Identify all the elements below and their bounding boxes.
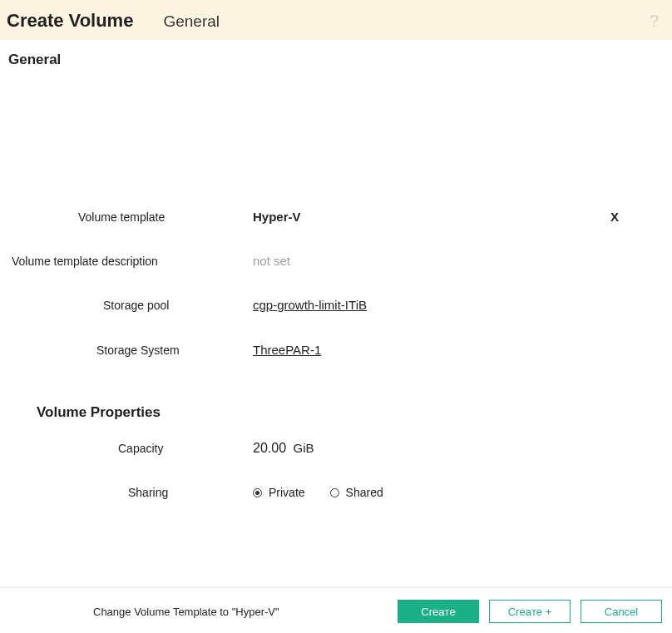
value-capacity: 20.00 bbox=[253, 441, 286, 455]
value-capacity-container[interactable]: 20.00 GiB bbox=[253, 441, 610, 456]
radio-circle-icon bbox=[330, 488, 339, 497]
field-capacity: Capacity 20.00 GiB bbox=[12, 441, 660, 456]
section-volume-properties-title: Volume Properties bbox=[12, 388, 660, 441]
label-sharing: Sharing bbox=[12, 486, 253, 499]
field-storage-pool: Storage pool cgp-growth-limit-ITiB bbox=[12, 298, 660, 313]
label-volume-template: Volume template bbox=[12, 210, 253, 224]
radio-private-label: Private bbox=[269, 486, 305, 499]
create-button[interactable]: Creaтe bbox=[398, 600, 479, 623]
clear-template-icon[interactable]: X bbox=[610, 210, 660, 224]
label-storage-system: Storage System bbox=[12, 344, 253, 357]
link-storage-pool[interactable]: cgp-growth-limit-ITiB bbox=[253, 298, 367, 312]
label-capacity: Capacity bbox=[12, 442, 253, 455]
radio-group-sharing: Private Shared bbox=[253, 486, 610, 499]
value-template-description: not set bbox=[253, 254, 610, 268]
value-volume-template[interactable]: Hyper-V bbox=[253, 210, 610, 224]
dialog-step-label: General bbox=[163, 12, 220, 31]
label-template-description: Volume template description bbox=[12, 255, 253, 268]
section-general-title: General bbox=[0, 40, 672, 77]
radio-shared-label: Shared bbox=[346, 486, 383, 499]
unit-capacity: GiB bbox=[294, 441, 314, 455]
dialog-header: Create Volume General ? bbox=[0, 0, 672, 40]
label-storage-pool: Storage pool bbox=[12, 299, 253, 312]
radio-shared[interactable]: Shared bbox=[330, 486, 383, 499]
field-storage-system: Storage System ThreePAR-1 bbox=[12, 343, 660, 358]
form-general: Volume template Hyper-V X Volume templat… bbox=[0, 77, 672, 546]
radio-dot-icon bbox=[253, 488, 262, 497]
create-plus-button[interactable]: Creaтe + bbox=[489, 600, 571, 623]
radio-private[interactable]: Private bbox=[253, 486, 305, 499]
field-volume-template: Volume template Hyper-V X bbox=[12, 210, 660, 224]
link-storage-system[interactable]: ThreePAR-1 bbox=[253, 343, 321, 357]
footer-message: Change Volume Template to "Hyper-V" bbox=[10, 606, 388, 618]
dialog-title: Create Volume bbox=[7, 10, 133, 32]
field-template-description: Volume template description not set bbox=[12, 254, 660, 268]
cancel-button[interactable]: Cancel bbox=[581, 600, 662, 623]
dialog-footer: Change Volume Template to "Hyper-V" Crea… bbox=[0, 587, 672, 623]
help-icon[interactable]: ? bbox=[650, 12, 659, 31]
field-sharing: Sharing Private Shared bbox=[12, 486, 660, 499]
